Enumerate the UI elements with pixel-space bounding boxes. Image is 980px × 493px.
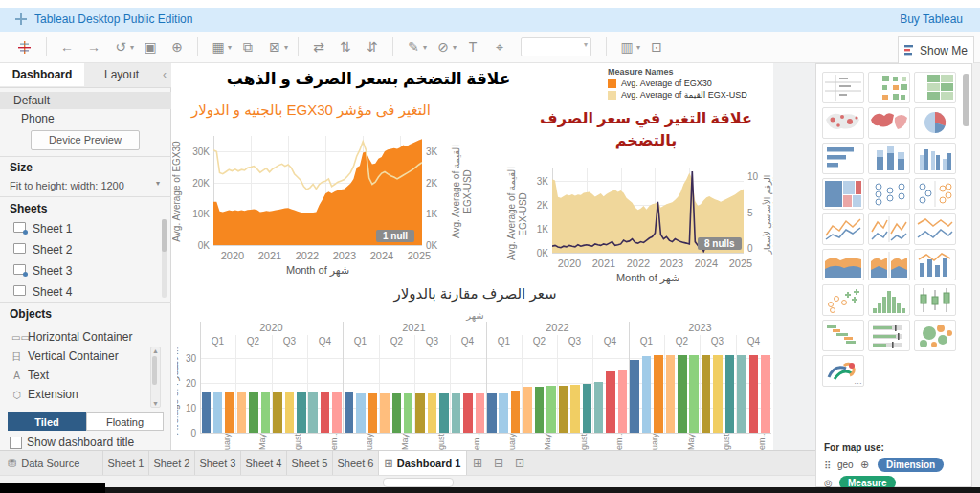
- device-preview-button[interactable]: Device Preview: [31, 130, 140, 150]
- dashboard-canvas[interactable]: علاقة التضخم بسعر الصرف و الذهب Measure …: [172, 63, 773, 450]
- device-phone-item[interactable]: Phone: [0, 110, 171, 127]
- object-item-horizontal-container[interactable]: ▭▭Horizontal Container: [11, 327, 145, 347]
- showme-highlight-table[interactable]: [914, 72, 956, 103]
- quarter-header[interactable]: Q4: [736, 336, 771, 347]
- bar[interactable]: [499, 393, 508, 433]
- bar[interactable]: [594, 382, 604, 433]
- bar[interactable]: [583, 384, 592, 433]
- bar[interactable]: [439, 393, 449, 433]
- tiled-button[interactable]: Tiled: [8, 412, 86, 431]
- showme-circle-views[interactable]: [868, 178, 910, 210]
- quarter-header[interactable]: Q3: [700, 336, 735, 347]
- showme-side-by-side-bars[interactable]: [914, 143, 956, 174]
- bar[interactable]: [415, 393, 425, 433]
- fix-axes-icon[interactable]: ⌖: [493, 39, 506, 56]
- sort-descending-icon[interactable]: ⇵: [366, 39, 379, 55]
- sidebar-sheet-item[interactable]: Sheet 4: [13, 282, 157, 303]
- measure-names-legend[interactable]: Measure Names Avg. Average of EGX30Avg. …: [608, 67, 770, 100]
- new-dashboard-tab-icon[interactable]: ⊟: [488, 451, 509, 476]
- bar[interactable]: [202, 392, 212, 433]
- bar[interactable]: [356, 393, 366, 433]
- cell-size-icon-caret[interactable]: ▾: [636, 43, 640, 52]
- horizontal-scrollbar[interactable]: [0, 475, 815, 488]
- showme-filled-map[interactable]: [868, 107, 910, 139]
- bar[interactable]: [392, 393, 402, 433]
- bar[interactable]: [535, 387, 545, 434]
- bar[interactable]: [237, 392, 247, 433]
- replay-icon[interactable]: ↺: [114, 39, 127, 55]
- showme-dual-combination[interactable]: [914, 249, 956, 280]
- sheet-tab-sheet-6[interactable]: Sheet 6: [333, 451, 379, 476]
- bar[interactable]: [630, 360, 639, 433]
- new-worksheet-icon[interactable]: ▦: [212, 39, 225, 55]
- bar[interactable]: [702, 355, 711, 433]
- showme-side-by-side-circles[interactable]: [914, 178, 956, 210]
- forward-icon[interactable]: →: [87, 39, 100, 55]
- quarter-header[interactable]: Q4: [592, 336, 628, 347]
- bar[interactable]: [285, 392, 295, 433]
- showme-pie-chart[interactable]: [914, 107, 956, 139]
- quarter-header[interactable]: Q2: [379, 336, 414, 347]
- bar[interactable]: [570, 385, 580, 433]
- quarter-header[interactable]: Q4: [307, 336, 343, 347]
- showme-stacked-bars[interactable]: [868, 143, 910, 174]
- bar[interactable]: [511, 391, 521, 433]
- bar[interactable]: [452, 393, 461, 433]
- sheet-tab-sheet-2[interactable]: Sheet 2: [149, 451, 195, 476]
- bar[interactable]: [523, 387, 532, 433]
- bar[interactable]: [749, 355, 759, 433]
- bar[interactable]: [761, 355, 770, 433]
- year-header[interactable]: 2021: [343, 322, 485, 333]
- tableau-logo-icon[interactable]: [17, 40, 32, 55]
- bar[interactable]: [689, 355, 699, 433]
- bar[interactable]: [642, 356, 652, 433]
- bar[interactable]: [249, 392, 258, 433]
- add-data-icon[interactable]: ⊕: [170, 39, 184, 55]
- highlighter-icon-caret[interactable]: ▾: [423, 43, 427, 52]
- bar[interactable]: [463, 393, 473, 433]
- sheet-tab-dashboard-1[interactable]: ⊞Dashboard 1: [379, 451, 467, 476]
- null-indicator-badge[interactable]: 8 nulls: [698, 237, 742, 250]
- exchange-rate-bar-chart[interactable]: سعر الصرف مقارنة بالدولارشهرAverage of ا…: [177, 285, 773, 450]
- showme-line-continuous[interactable]: [822, 213, 864, 245]
- showme-dual-lines[interactable]: [914, 213, 956, 245]
- showme-viz-extension[interactable]: …: [822, 355, 864, 387]
- text-label-icon[interactable]: T: [466, 39, 479, 55]
- bar[interactable]: [308, 392, 318, 433]
- quarter-header[interactable]: Q1: [200, 336, 235, 347]
- floating-button[interactable]: Floating: [86, 412, 164, 431]
- dimension-pill[interactable]: Dimension: [878, 458, 944, 472]
- showme-bullet-graph[interactable]: [868, 320, 910, 351]
- sheet-tab-sheet-3[interactable]: Sheet 3: [195, 451, 241, 476]
- bar[interactable]: [380, 393, 390, 433]
- scroll-down-icon[interactable]: ▼: [152, 400, 159, 407]
- cell-size-icon[interactable]: ▥: [620, 39, 634, 55]
- new-worksheet-icon-caret[interactable]: ▾: [228, 43, 232, 52]
- presentation-mode-icon[interactable]: ⊡: [650, 39, 663, 55]
- bar[interactable]: [725, 355, 735, 433]
- bar[interactable]: [618, 370, 628, 433]
- showme-area-continuous[interactable]: [822, 249, 864, 280]
- showme-histogram[interactable]: [868, 284, 910, 316]
- quarter-header[interactable]: Q3: [414, 336, 450, 347]
- object-item-extension[interactable]: ⬡Extension: [11, 385, 145, 404]
- bar[interactable]: [261, 392, 271, 433]
- year-header[interactable]: 2020: [200, 322, 343, 333]
- showme-packed-bubbles[interactable]: [914, 320, 956, 351]
- size-dropdown[interactable]: Fit to height: width: 1200: [0, 177, 171, 194]
- showme-text-table[interactable]: [822, 72, 864, 103]
- bar[interactable]: [487, 393, 497, 433]
- sort-ascending-icon[interactable]: ⇅: [339, 39, 352, 55]
- showme-gantt[interactable]: [822, 320, 864, 351]
- size-dropdown-caret-icon[interactable]: ▾: [156, 179, 160, 188]
- quarter-header[interactable]: Q1: [486, 336, 522, 347]
- format-icon-caret[interactable]: ▾: [453, 43, 457, 52]
- showme-scrollbar[interactable]: [963, 74, 969, 126]
- clear-sheet-icon[interactable]: ⊠: [268, 39, 281, 55]
- bar[interactable]: [678, 355, 687, 433]
- egx30-dual-axis-chart[interactable]: Avg. Average of EGX300K10K20K30K0K1K2K3K…: [177, 132, 455, 285]
- bar[interactable]: [321, 392, 330, 433]
- highlighter-icon[interactable]: ✎: [407, 39, 420, 55]
- quarter-header[interactable]: Q1: [629, 336, 664, 347]
- quarter-header[interactable]: Q2: [235, 336, 271, 347]
